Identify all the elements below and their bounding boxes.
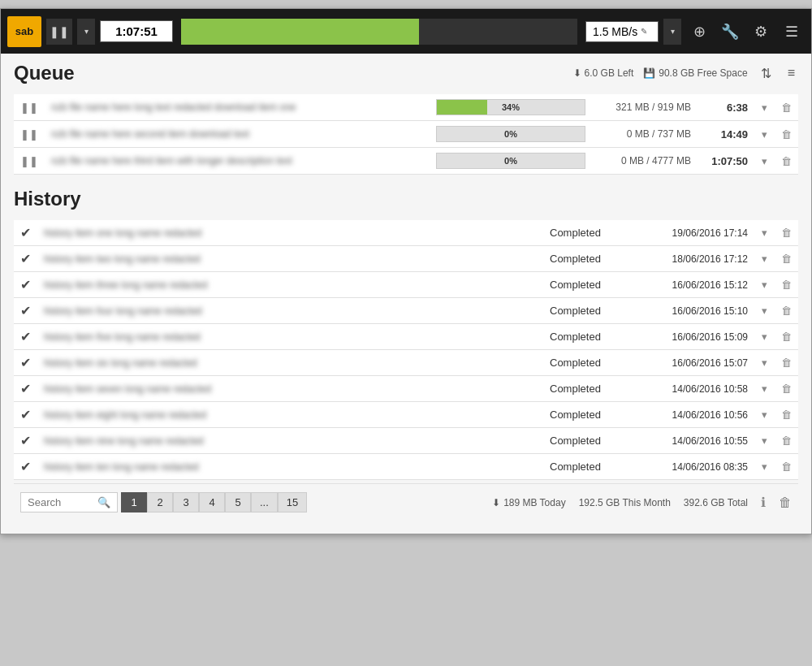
free-space-value: 90.8 GB Free Space — [659, 67, 747, 79]
history-action-dropdown[interactable]: ▾ — [754, 272, 774, 298]
pause-icon: ❚❚ — [50, 25, 69, 38]
queue-row-pause[interactable]: ❚❚ — [14, 148, 45, 175]
queue-section-header: Queue ⬇ 6.0 GB Left 💾 90.8 GB Free Space… — [14, 62, 798, 88]
queue-delete-button[interactable]: 🗑 — [774, 148, 798, 175]
history-date: 14/06/2016 10:55 — [641, 428, 754, 454]
chevron-down-icon-history: ▾ — [762, 357, 767, 369]
history-status: Completed — [543, 272, 641, 298]
search-input[interactable] — [28, 496, 93, 508]
history-row: ✔ history item one long name redacted Co… — [14, 220, 798, 246]
history-action-dropdown[interactable]: ▾ — [754, 402, 774, 428]
history-date: 16/06/2016 15:10 — [641, 298, 754, 324]
history-item-name: history item eight long name redacted — [37, 402, 543, 428]
queue-action-dropdown[interactable]: ▾ — [754, 94, 774, 121]
history-row: ✔ history item five long name redacted C… — [14, 324, 798, 350]
history-status: Completed — [543, 428, 641, 454]
speed-display: 1.5 MB/s ✎ — [585, 21, 659, 42]
pause-dropdown-button[interactable]: ▾ — [77, 19, 95, 45]
gear-icon: ⚙ — [754, 23, 767, 41]
history-delete-button[interactable]: 🗑 — [774, 220, 798, 246]
footer-stats: ⬇ 189 MB Today 192.5 GB This Month 392.6… — [492, 495, 792, 510]
pause-button[interactable]: ❚❚ — [46, 19, 72, 45]
page-button-...[interactable]: ... — [251, 492, 278, 512]
history-date: 16/06/2016 15:09 — [641, 324, 754, 350]
queue-action-dropdown[interactable]: ▾ — [754, 121, 774, 148]
wrench-icon: 🔧 — [721, 23, 739, 41]
page-button-5[interactable]: 5 — [225, 492, 251, 512]
menu-button[interactable]: ☰ — [779, 19, 805, 45]
info-icon: ℹ — [761, 495, 766, 509]
queue-progress-cell: 0% — [430, 121, 592, 148]
history-action-dropdown[interactable]: ▾ — [754, 350, 774, 376]
chevron-down-icon-history: ▾ — [762, 227, 767, 239]
download-icon: ⬇ — [573, 67, 581, 79]
add-button[interactable]: ⊕ — [686, 19, 712, 45]
history-check-icon: ✔ — [14, 220, 37, 246]
trash-icon-history: 🗑 — [781, 253, 792, 265]
delete-all-button[interactable]: 🗑 — [779, 495, 792, 510]
chevron-down-icon-history: ▾ — [762, 279, 767, 291]
history-action-dropdown[interactable]: ▾ — [754, 428, 774, 454]
history-delete-button[interactable]: 🗑 — [774, 324, 798, 350]
queue-time: 14:49 — [698, 121, 754, 148]
history-row: ✔ history item ten long name redacted Co… — [14, 454, 798, 480]
history-date: 18/06/2016 17:12 — [641, 246, 754, 272]
history-delete-button[interactable]: 🗑 — [774, 272, 798, 298]
queue-progress-cell: 0% — [430, 148, 592, 175]
queue-item-name: nzb file name here long text redacted do… — [45, 94, 430, 121]
queue-row-pause[interactable]: ❚❚ — [14, 94, 45, 121]
history-delete-button[interactable]: 🗑 — [774, 298, 798, 324]
history-action-dropdown[interactable]: ▾ — [754, 220, 774, 246]
page-button-1[interactable]: 1 — [121, 492, 147, 512]
history-status: Completed — [543, 402, 641, 428]
history-row: ✔ history item eight long name redacted … — [14, 402, 798, 428]
today-value: 189 MB Today — [503, 497, 566, 508]
queue-menu-button[interactable]: ≡ — [784, 64, 798, 82]
tools-button[interactable]: 🔧 — [717, 19, 743, 45]
history-action-dropdown[interactable]: ▾ — [754, 454, 774, 480]
search-box[interactable]: 🔍 — [20, 492, 118, 512]
history-status: Completed — [543, 454, 641, 480]
history-delete-button[interactable]: 🗑 — [774, 454, 798, 480]
queue-delete-button[interactable]: 🗑 — [774, 121, 798, 148]
queue-delete-button[interactable]: 🗑 — [774, 94, 798, 121]
history-delete-button[interactable]: 🗑 — [774, 350, 798, 376]
history-row: ✔ history item six long name redacted Co… — [14, 350, 798, 376]
history-delete-button[interactable]: 🗑 — [774, 428, 798, 454]
history-section: History ✔ history item one long name red… — [14, 188, 798, 480]
history-item-name: history item three long name redacted — [37, 272, 543, 298]
history-delete-button[interactable]: 🗑 — [774, 246, 798, 272]
history-action-dropdown[interactable]: ▾ — [754, 324, 774, 350]
sort-icon: ⇅ — [761, 67, 771, 80]
history-action-dropdown[interactable]: ▾ — [754, 246, 774, 272]
history-check-icon: ✔ — [14, 350, 37, 376]
hdd-icon: 💾 — [643, 67, 655, 79]
pause-row-icon: ❚❚ — [20, 155, 38, 167]
settings-button[interactable]: ⚙ — [748, 19, 774, 45]
chevron-down-icon-history: ▾ — [762, 435, 767, 447]
footer-bar: 🔍 12345...15 ⬇ 189 MB Today 192.5 GB Thi… — [14, 483, 798, 521]
queue-progress-cell: 34% — [430, 94, 592, 121]
history-check-icon: ✔ — [14, 428, 37, 454]
history-date: 19/06/2016 17:14 — [641, 220, 754, 246]
queue-item-name: nzb file name here second item download … — [45, 121, 430, 148]
page-button-3[interactable]: 3 — [173, 492, 199, 512]
sort-button[interactable]: ⇅ — [758, 64, 775, 83]
queue-row-pause[interactable]: ❚❚ — [14, 121, 45, 148]
queue-title: Queue — [14, 62, 75, 84]
history-delete-button[interactable]: 🗑 — [774, 402, 798, 428]
page-button-15[interactable]: 15 — [278, 492, 307, 512]
history-delete-button[interactable]: 🗑 — [774, 376, 798, 402]
speed-dropdown-button[interactable]: ▾ — [663, 19, 681, 45]
history-action-dropdown[interactable]: ▾ — [754, 376, 774, 402]
history-table: ✔ history item one long name redacted Co… — [14, 220, 798, 480]
info-button[interactable]: ℹ — [761, 495, 766, 510]
trash-icon-history: 🗑 — [781, 305, 792, 317]
history-status: Completed — [543, 246, 641, 272]
history-item-name: history item four long name redacted — [37, 298, 543, 324]
queue-action-dropdown[interactable]: ▾ — [754, 148, 774, 175]
history-status: Completed — [543, 298, 641, 324]
page-button-2[interactable]: 2 — [147, 492, 173, 512]
page-button-4[interactable]: 4 — [199, 492, 225, 512]
history-action-dropdown[interactable]: ▾ — [754, 298, 774, 324]
